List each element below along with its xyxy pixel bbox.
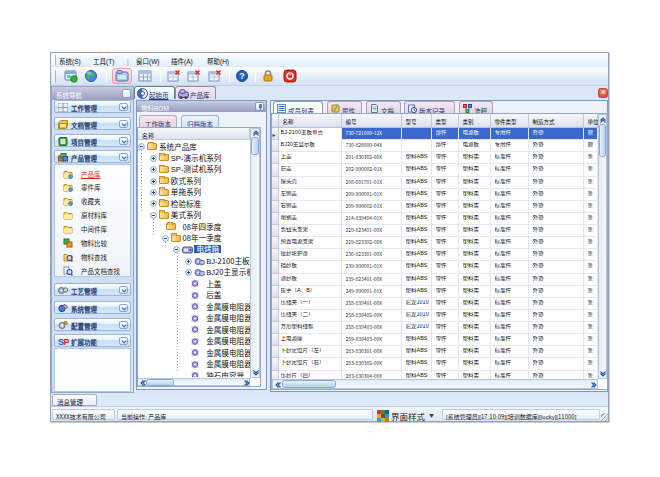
svg-text:?: ? [239, 71, 245, 81]
svg-text:P: P [64, 337, 70, 346]
